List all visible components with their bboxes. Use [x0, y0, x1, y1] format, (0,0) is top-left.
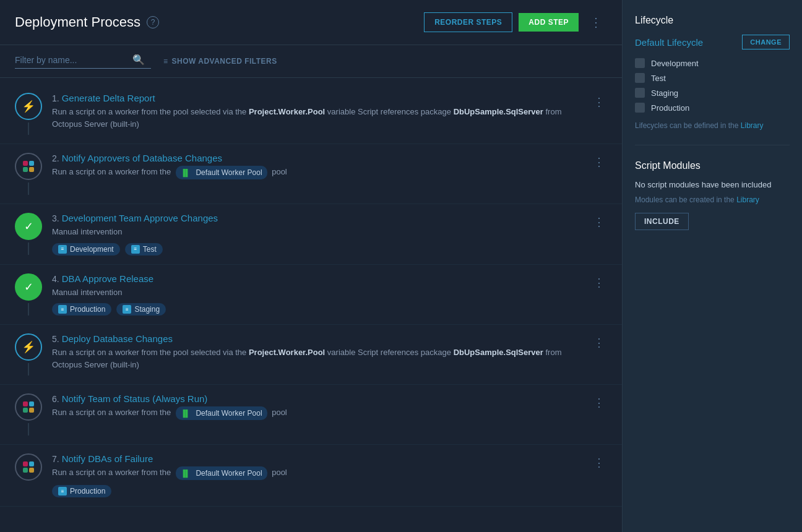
step-title[interactable]: Development Team Approve Changes [62, 213, 218, 223]
step-description: Run a script on a worker from the ▐▌ Def… [52, 466, 591, 480]
left-panel: Deployment Process ? REORDER STEPS ADD S… [0, 0, 623, 532]
svg-rect-4 [23, 401, 28, 406]
step-icon-slack [15, 153, 42, 180]
lifecycle-header: Default Lifecycle CHANGE [635, 35, 790, 49]
table-row: 2. Notify Approvers of Database Changes … [0, 144, 622, 204]
modules-library-link[interactable]: Library [736, 195, 759, 204]
step-number: 5. [52, 334, 59, 344]
include-button[interactable]: INCLUDE [635, 213, 689, 230]
step-title[interactable]: Notify Team of Status (Always Run) [62, 393, 208, 404]
table-row: ⚡ 5. Deploy Database Changes Run a scrip… [0, 325, 622, 385]
svg-rect-8 [23, 461, 28, 466]
step-content: 1. Generate Delta Report Run a script on… [52, 93, 591, 135]
header-right: REORDER STEPS ADD STEP ⋮ [424, 12, 607, 32]
modules-hint: Modules can be created in the Library [635, 195, 790, 204]
step-number-title: 2. Notify Approvers of Database Changes [52, 153, 591, 163]
step-menu-button[interactable]: ⋮ [591, 213, 607, 231]
step-content: 3. Development Team Approve Changes Manu… [52, 213, 591, 255]
lifecycle-section-title: Lifecycle [635, 15, 790, 26]
step-icon-lightning: ⚡ [15, 333, 42, 361]
step-description: Manual intervention [52, 226, 591, 238]
steps-list: ⚡ 1. Generate Delta Report Run a script … [0, 78, 622, 532]
step-number: 1. [52, 93, 59, 103]
step-tags: ≡ Production [52, 485, 591, 497]
search-input[interactable] [15, 55, 132, 65]
step-icon-col [15, 393, 42, 435]
section-divider [635, 145, 790, 145]
step-menu-button[interactable]: ⋮ [591, 153, 607, 171]
step-connector [28, 423, 29, 435]
step-connector [28, 122, 29, 135]
step-icon-col [15, 153, 42, 195]
script-modules-section: Script Modules No script modules have be… [635, 160, 790, 230]
step-icon-col: ⚡ [15, 93, 42, 135]
step-title[interactable]: Notify DBAs of Failure [62, 453, 153, 464]
step-number: 7. [52, 454, 59, 464]
step-number-title: 3. Development Team Approve Changes [52, 213, 591, 223]
pool-label: Default Worker Pool [196, 468, 262, 479]
step-description: Run a script on a worker from the pool s… [52, 346, 591, 371]
list-item: Staging [635, 88, 790, 98]
svg-rect-2 [23, 167, 28, 172]
reorder-steps-button[interactable]: REORDER STEPS [424, 12, 512, 32]
step-description: Run a script on a worker from the ▐▌ Def… [52, 166, 591, 179]
step-number-title: 7. Notify DBAs of Failure [52, 453, 591, 464]
table-row: ✓ 3. Development Team Approve Changes Ma… [0, 204, 622, 265]
help-icon[interactable]: ? [147, 16, 159, 28]
svg-rect-1 [29, 161, 34, 166]
bar-chart-icon: ▐▌ [181, 168, 191, 178]
step-menu-button[interactable]: ⋮ [591, 453, 607, 472]
filter-icon: ≡ [163, 57, 168, 66]
list-item: Production [635, 103, 790, 113]
step-icon-check: ✓ [15, 213, 42, 240]
step-number: 4. [52, 274, 59, 284]
stage-dot-test [635, 73, 645, 83]
library-link[interactable]: Library [741, 121, 764, 130]
change-lifecycle-button[interactable]: CHANGE [742, 35, 790, 49]
step-icon-slack [15, 393, 42, 421]
advanced-filters-label: SHOW ADVANCED FILTERS [172, 57, 277, 66]
add-step-button[interactable]: ADD STEP [519, 13, 579, 32]
tag-staging: ≡ Staging [116, 303, 166, 315]
search-icon: 🔍 [132, 54, 145, 66]
script-modules-title: Script Modules [635, 160, 790, 171]
bar-chart-icon: ▐▌ [181, 468, 191, 479]
step-title[interactable]: Notify Approvers of Database Changes [62, 153, 222, 163]
step-menu-button[interactable]: ⋮ [591, 333, 607, 352]
stage-label: Staging [651, 88, 678, 98]
step-connector [28, 182, 29, 195]
env-icon: ≡ [58, 487, 67, 496]
step-number: 6. [52, 394, 59, 404]
stage-dot-staging [635, 88, 645, 98]
step-title[interactable]: Generate Delta Report [62, 93, 155, 103]
env-icon: ≡ [58, 245, 67, 254]
step-number-title: 6. Notify Team of Status (Always Run) [52, 393, 591, 404]
svg-rect-5 [29, 401, 34, 406]
stage-dot-development [635, 58, 645, 68]
more-options-button[interactable]: ⋮ [585, 12, 607, 32]
advanced-filters-button[interactable]: ≡ SHOW ADVANCED FILTERS [163, 57, 277, 66]
step-icon-slack [15, 453, 42, 481]
stage-dot-production [635, 103, 645, 113]
lifecycle-section: Lifecycle Default Lifecycle CHANGE Devel… [635, 15, 790, 130]
list-item: Test [635, 73, 790, 83]
step-menu-button[interactable]: ⋮ [591, 93, 607, 111]
list-item: Development [635, 58, 790, 68]
env-icon: ≡ [123, 305, 131, 314]
step-title[interactable]: DBA Approve Release [62, 273, 153, 284]
svg-rect-7 [29, 408, 34, 413]
step-icon-col: ✓ [15, 213, 42, 255]
step-title[interactable]: Deploy Database Changes [62, 333, 173, 344]
step-menu-button[interactable]: ⋮ [591, 393, 607, 412]
tag-production: ≡ Production [52, 485, 111, 497]
step-connector [28, 363, 29, 375]
svg-rect-6 [23, 408, 28, 413]
pool-label: Default Worker Pool [196, 408, 262, 419]
step-content: 6. Notify Team of Status (Always Run) Ru… [52, 393, 591, 425]
header-left: Deployment Process ? [15, 14, 159, 30]
step-connector [28, 242, 29, 255]
step-number-title: 1. Generate Delta Report [52, 93, 591, 103]
lifecycle-stages: Development Test Staging Production [635, 58, 790, 113]
step-menu-button[interactable]: ⋮ [591, 273, 607, 292]
step-icon-check: ✓ [15, 273, 42, 301]
